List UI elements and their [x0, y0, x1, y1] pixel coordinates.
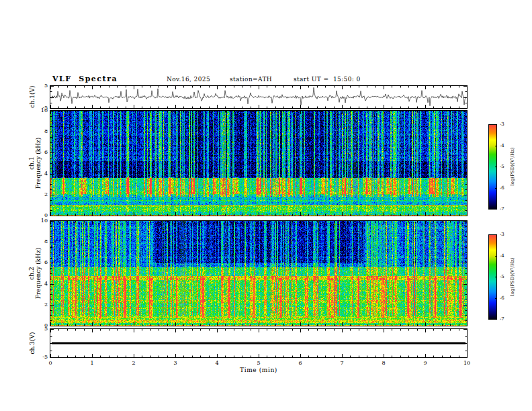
x-axis-title: Time (min): [240, 367, 277, 373]
ch2-colorbar-axis-label: log(PSD)(V²/Hz): [509, 258, 516, 296]
header-date: Nov.16, 2025: [167, 76, 210, 83]
x-tick-label: 5: [257, 361, 260, 366]
colorbar-tick-label: -3: [500, 232, 504, 237]
x-tick-label: 6: [298, 361, 302, 366]
ch2-colorbar-canvas: [488, 234, 497, 320]
colorbar-tick-label: -5: [500, 274, 504, 279]
ch2-colorbar: [488, 234, 497, 320]
colorbar-tick-label: -4: [500, 253, 504, 259]
header-start-ut: start UT = 15:50: 0: [294, 76, 361, 83]
x-tick-label: 9: [423, 361, 427, 366]
ch2-spectrogram-canvas: [50, 221, 467, 326]
y-tick-label: -5: [42, 355, 48, 360]
y-tick-label: 5: [44, 326, 48, 332]
x-tick-label: 10: [463, 361, 470, 366]
y-tick-label: 8: [44, 129, 48, 134]
colorbar-tick-label: -7: [500, 206, 504, 212]
ch2-spectrogram-panel: [50, 220, 468, 326]
ch1-spectrogram-panel: [50, 110, 468, 216]
figure-title: VLF Spectra: [52, 75, 118, 83]
x-tick-label: 8: [382, 361, 385, 366]
ch1-colorbar-canvas: [488, 124, 497, 210]
ch1-colorbar: [488, 124, 497, 210]
colorbar-tick-label: -5: [500, 164, 504, 169]
ch3-voltage-axis-label: ch.3(V): [29, 332, 36, 355]
y-tick-label: 4: [44, 281, 48, 287]
colorbar-tick-label: -3: [500, 122, 504, 127]
y-tick-label: 10: [41, 218, 48, 224]
x-tick-label: 2: [132, 361, 135, 366]
y-tick-label: 5: [44, 83, 48, 89]
y-tick-label: 2: [44, 192, 48, 197]
x-tick-label: 4: [215, 361, 218, 366]
x-tick-label: 0: [48, 361, 52, 366]
header-station: station=ATH: [230, 76, 272, 83]
ch2-frequency-axis-label: ch.2 Frequency (kHz): [28, 248, 42, 300]
y-tick-label: 10: [41, 108, 48, 113]
ch3-waveform-canvas: [50, 329, 467, 357]
y-tick-label: 6: [44, 260, 48, 265]
x-tick-label: 1: [90, 361, 93, 366]
colorbar-tick-label: -4: [500, 143, 504, 148]
vlf-spectra-figure: VLF Spectra Nov.16, 2025 station=ATH sta…: [0, 0, 532, 411]
ch3-waveform-panel: [50, 328, 468, 358]
ch1-colorbar-axis-label: log(PSD)(V²/Hz): [509, 148, 516, 186]
ch1-frequency-axis-label: ch.1 Frequency (kHz): [28, 138, 42, 189]
ch1-spectrogram-canvas: [50, 111, 467, 216]
ch1-waveform-panel: [50, 85, 468, 109]
y-tick-label: 8: [44, 239, 48, 244]
y-tick-label: 2: [44, 302, 48, 308]
x-tick-label: 7: [340, 361, 343, 366]
colorbar-tick-label: -6: [500, 295, 504, 301]
colorbar-tick-label: -7: [500, 316, 504, 322]
ch1-voltage-axis-label: ch.1(V): [29, 86, 36, 108]
colorbar-tick-label: -6: [500, 185, 504, 191]
x-tick-label: 3: [173, 361, 177, 366]
ch1-waveform-canvas: [50, 86, 467, 108]
y-tick-label: 6: [44, 150, 48, 155]
y-tick-label: 4: [44, 171, 48, 177]
